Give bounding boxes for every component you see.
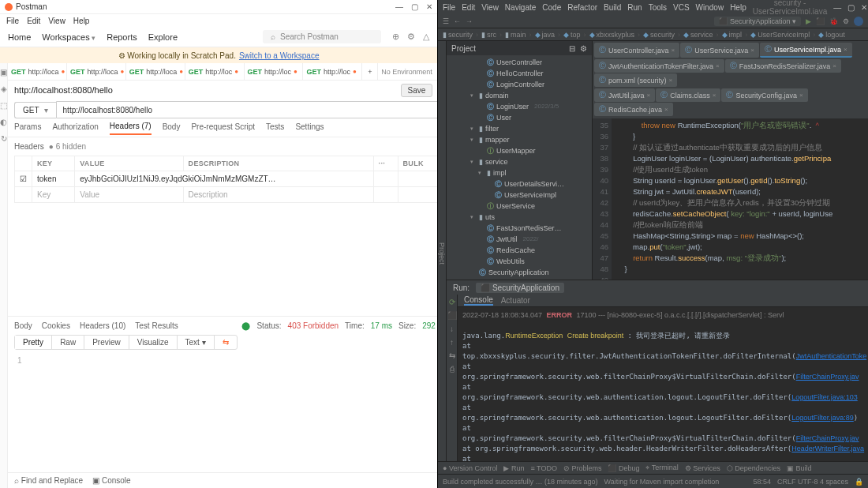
tree-node[interactable]: Ⓒ SecurityApplication [447,267,592,278]
nav-explore[interactable]: Explore [148,32,178,42]
menu-run[interactable]: Run [627,3,642,12]
collapse-icon[interactable]: ⊟ [569,44,575,53]
print-icon[interactable]: ⎙ [450,365,455,374]
tree-node[interactable]: Ⓒ FastJsonRedisSer… [447,223,592,234]
save-button[interactable]: Save [401,84,433,97]
debug-icon[interactable]: 🐞 [829,17,838,25]
tree-node[interactable]: Ⓒ UserServiceImpl [447,190,592,201]
tree-node[interactable]: ▾▮ service [447,156,592,167]
tree-node[interactable]: Ⓒ UserController [447,57,592,68]
gear-icon[interactable]: ⚙ [843,17,849,25]
project-tree-body[interactable]: Ⓒ UserControllerⒸ HelloControllerⒸ Login… [447,55,592,280]
row-checkbox[interactable]: ☑ [15,171,32,187]
menu-file[interactable]: File [443,3,455,12]
tree-node[interactable]: ▾▮ uts [447,212,592,223]
menu-vcs[interactable]: VCS [673,3,690,12]
lock-icon[interactable]: 🔒 [855,478,863,486]
editor-tab[interactable]: Ⓒ UserService.java × [680,43,759,58]
crumb[interactable]: ◆ java [535,31,556,39]
editor-tab[interactable]: Ⓒ JwtUtil.java × [594,88,655,102]
find-replace[interactable]: ⌕ Find and Replace [14,476,83,485]
bottom-tab[interactable]: ⬡ Dependencies [727,464,780,472]
settings-icon[interactable]: ⚙ [407,32,415,42]
crumb[interactable]: ◆ security [643,31,675,39]
notifications-icon[interactable]: △ [423,32,429,42]
editor-tab[interactable]: Ⓒ RedisCache.java × [594,103,673,116]
row-key[interactable]: token [32,171,75,187]
tree-node[interactable]: Ⓒ LoginController [447,79,592,90]
console-output[interactable]: 2022-07-18 18:08:34.047 ERROR 17100 --- … [458,307,868,461]
tab-tests[interactable]: Tests [266,122,284,134]
rerun-icon[interactable]: ⟳ [449,298,455,306]
tree-node[interactable]: ▾▮ impl [447,167,592,178]
search-input[interactable]: ⌕ Search Postman [263,30,381,43]
editor-tab[interactable]: Ⓒ SecurityConfig.java × [721,88,807,102]
tree-node[interactable]: Ⓒ WebUtils [447,256,592,267]
tree-node[interactable]: Ⓒ RedisCache [447,245,592,256]
crumb[interactable]: ◆ top [563,31,581,39]
caret-pos[interactable]: 58:54 [753,478,771,486]
menu-navigate[interactable]: Navigate [505,3,536,12]
request-tab[interactable]: GET http://loca ● [67,63,126,80]
editor-tab[interactable]: Ⓒ UserController.java × [594,43,679,58]
view-preview[interactable]: Preview [84,336,129,349]
tab-prereq[interactable]: Pre-request Script [191,122,255,134]
minimize-icon[interactable]: — [833,3,841,12]
hamburger-icon[interactable]: ☰ [443,17,449,25]
crumb[interactable]: ◆ UserServiceImpl [750,31,810,39]
stop-icon[interactable]: ⬛ [816,17,825,25]
avatar-icon[interactable] [854,17,863,26]
run-icon[interactable]: ▶ [806,17,811,25]
invite-icon[interactable]: ⊕ [392,32,399,42]
menu-view[interactable]: View [48,17,65,25]
crumb[interactable]: ▮ src [481,31,496,39]
tab-headers[interactable]: Headers (7) [110,122,152,135]
response-body[interactable]: 1 [14,355,437,366]
request-tab[interactable]: GET http://loc ● [303,63,362,80]
request-tab[interactable]: GET http://loc ● [185,63,245,80]
up-icon[interactable]: ↑ [450,338,454,347]
down-icon[interactable]: ↓ [450,325,454,333]
bottom-tab[interactable]: ● Version Control [443,464,497,472]
tab-test-results[interactable]: Test Results [135,321,178,330]
tree-node[interactable]: Ⓘ UserMapper [447,145,592,156]
tree-node[interactable]: ▾▮ domain [447,90,592,101]
menu-edit[interactable]: Edit [27,17,40,25]
console-btn[interactable]: ▣ Console [92,476,130,485]
env-icon[interactable]: ⬚ [0,101,7,110]
tab-headers-resp[interactable]: Headers (10) [80,321,125,330]
ide-left-gutter[interactable]: Project [438,41,447,461]
table-row-placeholder[interactable]: Key Value Description [15,187,438,203]
editor-tab[interactable]: Ⓒ JwtAuthenticationTokenFilter.java × [594,59,724,73]
forward-icon[interactable]: → [466,17,473,25]
bottom-tab[interactable]: ⌖ Terminal [645,464,678,472]
menu-refactor[interactable]: Refactor [567,3,597,12]
collections-icon[interactable]: ▣ [0,68,7,77]
bottom-tab[interactable]: ⬛ Debug [608,464,639,472]
tree-node[interactable]: Ⓒ HelloController [447,68,592,79]
request-tab[interactable]: GET http://loca ● [8,63,67,80]
run-config[interactable]: ⬛ SecurityApplication ▾ [714,17,801,26]
back-icon[interactable]: ← [454,17,461,25]
menu-file[interactable]: File [6,17,19,25]
col-more[interactable]: ··· [373,156,398,171]
request-tab[interactable]: No Environment [378,63,437,80]
tree-node[interactable]: ▾▮ filter [447,123,592,134]
nav-home[interactable]: Home [8,32,31,42]
request-tab[interactable]: GET http://loca ● [126,63,185,80]
nav-workspaces[interactable]: Workspaces [42,32,95,42]
menu-view[interactable]: View [481,3,499,12]
stop-icon[interactable]: ⬛ [447,311,457,320]
maximize-icon[interactable]: ▢ [847,3,855,12]
ph-key[interactable]: Key [32,187,75,203]
table-row[interactable]: ☑ token eyJhbGciOiJIUzI1NiJ9.eyJqdGkiOiJ… [15,171,438,187]
tab-actuator[interactable]: Actuator [501,296,530,305]
bottom-tab[interactable]: ⚙ Services [685,464,720,472]
bottom-tab[interactable]: ▶ Run [503,464,524,472]
ph-desc[interactable]: Description [183,187,373,203]
row-value[interactable]: eyJhbGciOiJIUzI1NiJ9.eyJqdGkiOiJmNmMzMGM… [75,171,373,187]
minimize-icon[interactable]: — [395,2,403,11]
menu-edit[interactable]: Edit [462,3,475,12]
tab-settings[interactable]: Settings [295,122,324,134]
view-visualize[interactable]: Visualize [129,336,178,349]
